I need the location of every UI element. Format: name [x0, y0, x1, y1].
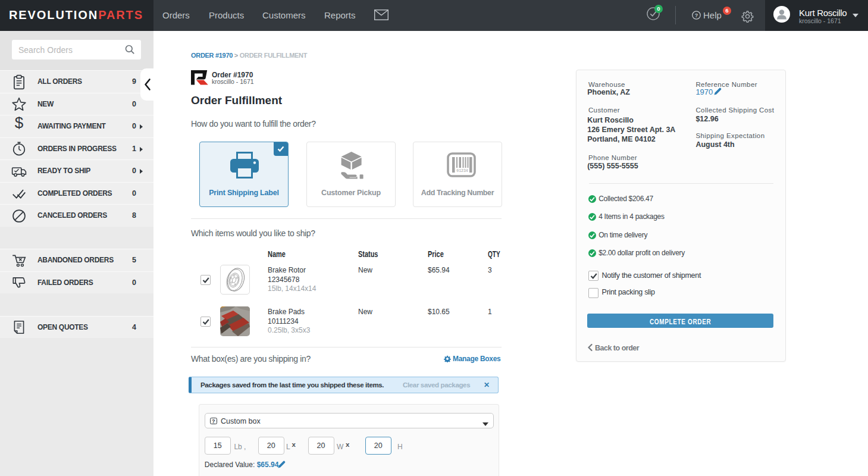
svg-text:?: ?	[695, 12, 698, 18]
svg-text:01234: 01234	[456, 169, 468, 173]
svg-text:$: $	[15, 115, 24, 130]
